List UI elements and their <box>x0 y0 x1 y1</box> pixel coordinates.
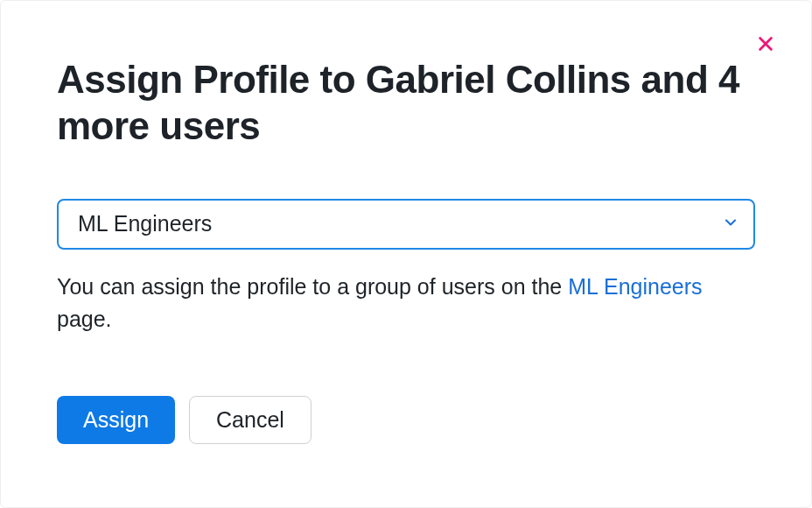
close-button[interactable] <box>753 32 778 57</box>
cancel-button[interactable]: Cancel <box>189 396 312 444</box>
profile-select[interactable]: ML Engineers <box>57 199 755 250</box>
profile-select-wrapper: ML Engineers <box>57 199 755 250</box>
helper-text: You can assign the profile to a group of… <box>57 271 755 336</box>
dialog-title: Assign Profile to Gabriel Collins and 4 … <box>57 57 755 150</box>
close-icon <box>756 34 775 56</box>
profile-page-link[interactable]: ML Engineers <box>568 274 702 299</box>
helper-prefix: You can assign the profile to a group of… <box>57 274 568 299</box>
assign-profile-dialog: Assign Profile to Gabriel Collins and 4 … <box>0 0 812 508</box>
dialog-actions: Assign Cancel <box>57 396 755 444</box>
helper-suffix: page. <box>57 307 112 331</box>
assign-button[interactable]: Assign <box>57 396 175 444</box>
